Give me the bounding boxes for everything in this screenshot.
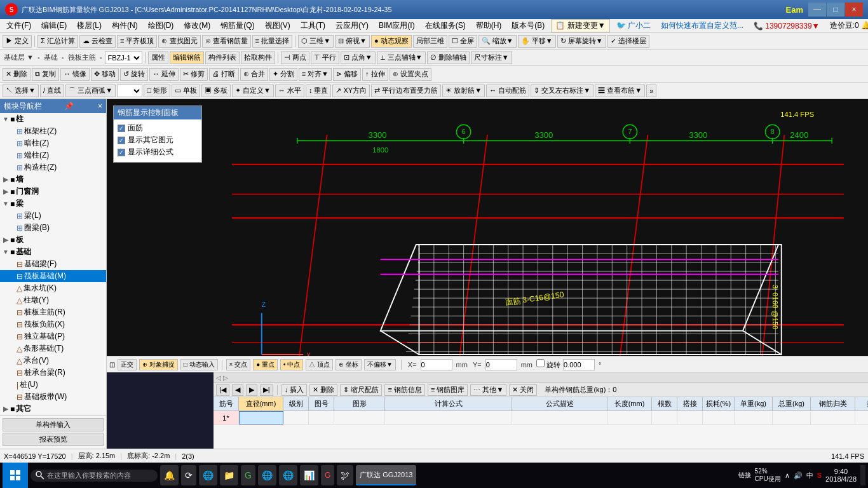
dim-label-btn[interactable]: 尺寸标注▼ bbox=[471, 51, 512, 64]
pull-btn[interactable]: ↑ 拉伸 bbox=[362, 68, 388, 81]
x-input[interactable] bbox=[421, 359, 452, 370]
parallel-btn[interactable]: ⊤ 平行 bbox=[311, 51, 339, 64]
taskbar-app-7[interactable]: 🌐 bbox=[279, 465, 297, 485]
taskbar-app-1[interactable]: 🔔 bbox=[160, 465, 179, 485]
sidebar-item-raft-main[interactable]: ⊟ 桩板主筋(R) bbox=[0, 306, 106, 318]
cloud-check-btn[interactable]: ☁ 云检查 bbox=[79, 35, 116, 48]
merge-btn[interactable]: ⊕ 合并 bbox=[240, 68, 268, 81]
cross-label-btn[interactable]: ⇕ 交叉左右标注▼ bbox=[531, 85, 593, 97]
td-diameter[interactable] bbox=[239, 411, 283, 424]
set-anchor-btn[interactable]: ⊕ 设置夹点 bbox=[390, 68, 431, 81]
sidebar-item-door-window[interactable]: ▶ ■ 门窗洞 bbox=[0, 186, 106, 198]
taskbar-search[interactable]: 在这里输入你要搜索的内容 bbox=[31, 470, 158, 482]
nav-first-btn[interactable]: |◀ bbox=[216, 384, 229, 396]
menu-edit[interactable]: 编辑(E) bbox=[37, 20, 71, 32]
topview-btn[interactable]: ⊟ 俯视▼ bbox=[335, 35, 370, 48]
rotate-checkbox[interactable] bbox=[536, 359, 545, 367]
close-button[interactable]: × bbox=[845, 3, 863, 17]
sidebar-item-wall[interactable]: ▶ ■ 墙 bbox=[0, 173, 106, 186]
midpoint-btn[interactable]: ● 重点 bbox=[253, 359, 278, 370]
td-grade[interactable] bbox=[283, 411, 309, 424]
nav-next-btn[interactable]: ▶ bbox=[246, 384, 257, 396]
tray-input[interactable]: S bbox=[817, 471, 822, 479]
tray-expand[interactable]: ∧ bbox=[785, 471, 790, 480]
start-button[interactable] bbox=[3, 463, 28, 488]
level-slab-btn[interactable]: ≡ 平齐板顶 bbox=[117, 35, 157, 48]
sidebar-item-raft-neg[interactable]: ⊟ 筏板负筋(X) bbox=[0, 318, 106, 330]
line-btn[interactable]: / 直线 bbox=[40, 85, 64, 97]
panel-item-face[interactable]: ✓ 面筋 bbox=[118, 122, 198, 134]
menu-rebar-qty[interactable]: 钢筋量(Q) bbox=[217, 20, 258, 32]
menu-help[interactable]: 帮助(H) bbox=[472, 20, 506, 32]
ortho-btn[interactable]: 正交 bbox=[118, 359, 137, 370]
angle-point-btn[interactable]: ⊡ 点角▼ bbox=[341, 51, 376, 64]
split-btn[interactable]: ✦ 分割 bbox=[269, 68, 297, 81]
minimize-button[interactable]: — bbox=[808, 3, 826, 17]
pan-btn[interactable]: ✋ 平移▼ bbox=[518, 35, 556, 48]
three-point-axis-btn[interactable]: ⊥ 三点辅轴▼ bbox=[377, 51, 426, 64]
trim-btn[interactable]: ✂ 修剪 bbox=[180, 68, 208, 81]
sidebar-item-strip-found[interactable]: △ 条形基础(T) bbox=[0, 342, 106, 355]
panel-item-show-other[interactable]: ✓ 显示其它图元 bbox=[118, 134, 198, 146]
menu-phone[interactable]: 📞 13907298339▼ bbox=[750, 21, 824, 31]
view-layout-btn[interactable]: ☰ 查看布筋▼ bbox=[595, 85, 645, 97]
taskbar-app-4[interactable]: 📁 bbox=[220, 465, 238, 485]
3d-btn[interactable]: ⬡ 三维▼ bbox=[298, 35, 334, 48]
mirror-btn[interactable]: ↔ 镜像 bbox=[60, 68, 90, 81]
offset-btn[interactable]: ⊳ 偏移 bbox=[333, 68, 361, 81]
checkbox-show-formula[interactable]: ✓ bbox=[118, 149, 125, 156]
property-btn[interactable]: 属性 bbox=[148, 51, 168, 64]
fullscreen-btn[interactable]: ☐ 全屏 bbox=[449, 35, 477, 48]
center-btn[interactable]: • 中点 bbox=[280, 359, 303, 370]
coord-btn[interactable]: ⊕ 坐标 bbox=[336, 359, 362, 370]
view-rebar-btn[interactable]: ⊙ 查看钢筋量 bbox=[202, 35, 251, 48]
sidebar-item-found-belt[interactable]: ⊟ 基础板带(W) bbox=[0, 391, 106, 403]
insert-rebar-btn[interactable]: ↓ 插入 bbox=[281, 384, 308, 396]
scale-rebar-btn[interactable]: ⇕ 缩尺配筋 bbox=[340, 384, 382, 396]
sidebar-item-column-cap[interactable]: △ 柱墩(Y) bbox=[0, 294, 106, 306]
other-rebar-btn[interactable]: ⋯ 其他▼ bbox=[470, 384, 506, 396]
menu-coin[interactable]: 造价豆:0 🔔 bbox=[826, 20, 868, 32]
cad-canvas-area[interactable]: 钢筋显示控制面板 ✓ 面筋 ✓ 显示其它图元 ✓ 显示详细公式 bbox=[107, 99, 868, 372]
sidebar-item-pile-cap[interactable]: △ 承台(V) bbox=[0, 355, 106, 367]
extend-btn[interactable]: ↔ 延伸 bbox=[149, 68, 179, 81]
del-btn[interactable]: ✕ 删除 bbox=[3, 68, 31, 81]
zoom-btn[interactable]: 🔍 缩放▼ bbox=[478, 35, 517, 48]
report-preview-btn[interactable]: 报表预览 bbox=[3, 433, 104, 446]
define-btn[interactable]: ▶ 定义 bbox=[3, 35, 32, 48]
single-member-input-btn[interactable]: 单构件输入 bbox=[3, 418, 104, 431]
menu-view[interactable]: 视图(V) bbox=[261, 20, 294, 32]
partial-3d-btn[interactable]: 局部三维 bbox=[413, 35, 447, 48]
member-list-btn[interactable]: 构件列表 bbox=[205, 51, 240, 64]
horiz-btn[interactable]: ↔ 水平 bbox=[275, 85, 304, 97]
delete-rebar-btn[interactable]: ✕ 删除 bbox=[309, 384, 337, 396]
parallel-rebar-btn[interactable]: ⇄ 平行边布置受力筋 bbox=[371, 85, 441, 97]
checkbox-show-other[interactable]: ✓ bbox=[118, 137, 125, 144]
more-btn[interactable]: » bbox=[646, 85, 656, 97]
taskbar-app-2[interactable]: ⟳ bbox=[181, 465, 196, 485]
vertex-btn[interactable]: △ 顶点 bbox=[306, 359, 333, 370]
sidebar-close[interactable]: × bbox=[98, 102, 102, 111]
sidebar-item-indep-found[interactable]: ⊟ 独立基础(P) bbox=[0, 330, 106, 342]
shape-select[interactable] bbox=[117, 85, 142, 97]
rotate-input[interactable] bbox=[563, 359, 595, 370]
sidebar-item-pit[interactable]: △ 集水坑(K) bbox=[0, 282, 106, 294]
rebar-table-row[interactable]: 1* bbox=[214, 411, 868, 425]
edit-rebar-btn[interactable]: 编辑钢筋 bbox=[170, 51, 204, 64]
menu-version[interactable]: 版本号(B) bbox=[508, 20, 548, 32]
taskbar-app-3[interactable]: 🌐 bbox=[199, 465, 217, 485]
dynamic-obs-btn[interactable]: ● 动态观察 bbox=[371, 35, 412, 48]
select-btn[interactable]: ↖ 选择▼ bbox=[3, 85, 39, 97]
sidebar-item-frame-col[interactable]: ⊞ 框架柱(Z) bbox=[0, 125, 106, 137]
menu-modify[interactable]: 修改(M) bbox=[180, 20, 214, 32]
print-btn[interactable]: 🖨 打断 bbox=[209, 68, 238, 81]
sidebar-item-other[interactable]: ▶ ■ 其它 bbox=[0, 403, 106, 415]
panel-item-show-formula[interactable]: ✓ 显示详细公式 bbox=[118, 146, 198, 158]
osnap-btn[interactable]: ⊕ 对象捕捉 bbox=[139, 359, 178, 370]
sidebar-item-column[interactable]: ▼ ■ 柱 bbox=[0, 113, 106, 125]
td-figno[interactable] bbox=[309, 411, 334, 424]
sidebar-item-found-beam[interactable]: ⊟ 基础梁(F) bbox=[0, 258, 106, 270]
custom-btn[interactable]: ✦ 自定义▼ bbox=[232, 85, 274, 97]
rect-btn[interactable]: □ 矩形 bbox=[144, 85, 170, 97]
calc-btn[interactable]: Σ 汇总计算 bbox=[37, 35, 78, 48]
